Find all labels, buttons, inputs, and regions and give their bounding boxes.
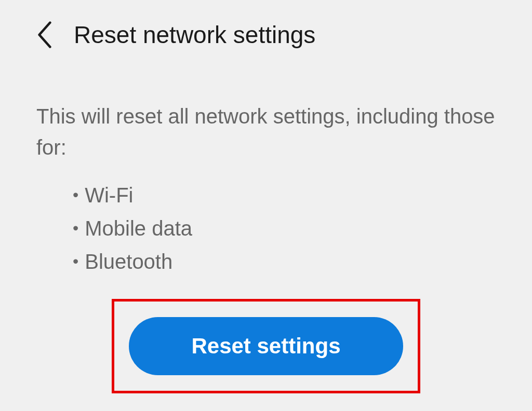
bullet-icon: • [73,215,78,241]
list-item: • Bluetooth [73,245,496,278]
description-text: This will reset all network settings, in… [36,101,496,163]
bullet-icon: • [73,248,78,275]
bullet-list: • Wi-Fi • Mobile data • Bluetooth [36,179,496,278]
highlight-box: Reset settings [112,299,420,393]
list-item-label: Bluetooth [85,245,172,278]
list-item-label: Wi-Fi [85,179,133,212]
page-title: Reset network settings [74,21,315,49]
header: Reset network settings [0,0,532,59]
bullet-icon: • [73,182,78,208]
list-item: • Wi-Fi [73,179,496,212]
content-area: This will reset all network settings, in… [0,59,532,393]
button-container: Reset settings [36,299,496,393]
list-item: • Mobile data [73,212,496,245]
back-icon[interactable] [36,21,53,48]
reset-settings-button[interactable]: Reset settings [129,317,403,375]
list-item-label: Mobile data [85,212,192,245]
